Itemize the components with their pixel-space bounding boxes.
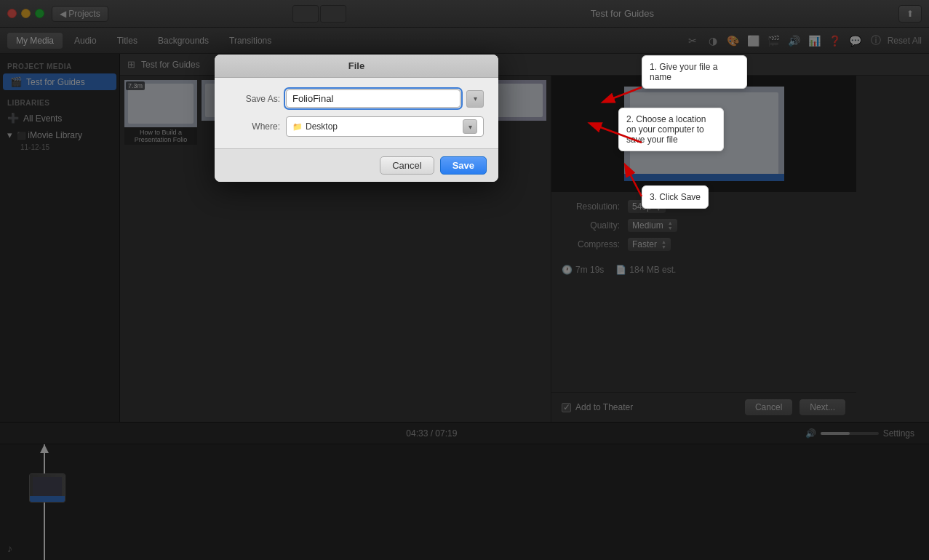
annotation-step1-text: 1. Give your file a name <box>650 62 717 82</box>
annotation-step2: 2. Choose a location on your computer to… <box>618 108 724 151</box>
dialog-cancel-button[interactable]: Cancel <box>380 156 434 175</box>
svg-line-1 <box>604 87 642 102</box>
modal-overlay: File Save As: ▾ Where: 📁 Desktop ▾ Cance… <box>0 0 929 560</box>
svg-line-3 <box>626 166 642 196</box>
dialog-title: File <box>215 55 498 78</box>
dialog-save-button[interactable]: Save <box>440 156 487 175</box>
expand-dialog-button[interactable]: ▾ <box>466 90 484 108</box>
annotation-step2-text: 2. Choose a location on your computer to… <box>626 114 706 145</box>
annotation-step1: 1. Give your file a name <box>642 55 747 89</box>
where-row: Where: 📁 Desktop ▾ <box>229 116 484 137</box>
annotation-step3-text: 3. Click Save <box>650 192 701 202</box>
save-as-row: Save As: ▾ <box>229 89 484 108</box>
where-label: Where: <box>229 121 280 132</box>
dialog-body: Save As: ▾ Where: 📁 Desktop ▾ <box>215 78 498 148</box>
save-as-input[interactable] <box>286 89 460 108</box>
where-dropdown[interactable]: 📁 Desktop ▾ <box>286 116 484 137</box>
dialog-footer: Cancel Save <box>215 148 498 182</box>
annotation-step3: 3. Click Save <box>642 185 709 209</box>
save-as-label: Save As: <box>229 94 280 104</box>
folder-icon: 📁 <box>292 122 303 132</box>
dropdown-arrow[interactable]: ▾ <box>463 119 477 134</box>
file-save-dialog: File Save As: ▾ Where: 📁 Desktop ▾ Cance… <box>215 55 498 182</box>
where-value: Desktop <box>306 121 338 132</box>
